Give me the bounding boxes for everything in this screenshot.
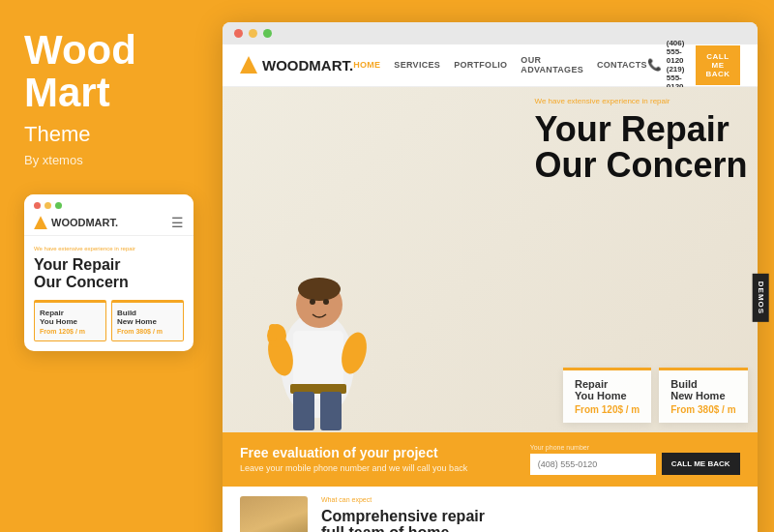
desktop-call-me-back-btn[interactable]: CALL ME BACK [696,45,739,85]
mobile-card-build-title: Build New Home [117,309,178,326]
desktop-mockup: WOODMART. HOME SERVICES PORTFOLIO OUR AD… [223,22,758,533]
browser-dot-green [263,29,272,38]
svg-rect-12 [320,392,342,430]
bottom-section: What can expect Comprehensive repair ful… [223,487,758,533]
cta-form: Your phone number CALL ME BACK [530,444,740,475]
hero-tagline: We have extensive experience in repair [535,97,748,105]
desktop-logo: WOODMART. [240,56,353,74]
cta-phone-input[interactable] [530,454,656,475]
mobile-dot-red [34,202,41,209]
bottom-text-block: What can expect Comprehensive repair ful… [321,496,740,533]
desktop-nav-links: HOME SERVICES PORTFOLIO OUR ADVANTAGES C… [353,55,647,74]
desktop-navbar: WOODMART. HOME SERVICES PORTFOLIO OUR AD… [223,44,758,87]
hero-headline: Your Repair Our Concern [535,111,748,185]
nav-link-services[interactable]: SERVICES [394,60,440,70]
mobile-headline: Your Repair Our Concern [34,256,184,290]
brand-title: Wood Mart [24,29,136,114]
bottom-image [240,496,308,533]
mobile-logo-icon [34,216,47,229]
desktop-logo-text: WOODMART. [262,57,353,74]
cta-call-me-back-btn[interactable]: CALL ME BACK [662,453,740,475]
nav-link-home[interactable]: HOME [353,60,380,70]
desktop-wrapper: WOODMART. HOME SERVICES PORTFOLIO OUR AD… [223,8,772,533]
phone-num-1: (406) 555-0120 [667,39,685,65]
nav-link-contacts[interactable]: CONTACTS [597,60,647,70]
mobile-card-build: Build New Home From 380$ / m [111,300,184,341]
hero-card-repair: Repair You Home From 120$ / m [563,368,651,423]
browser-dot-red [234,29,243,38]
mobile-logo-text: WOODMART. [51,217,118,228]
svg-rect-9 [269,324,277,341]
browser-dot-yellow [249,29,257,38]
mobile-card-repair-price: From 120$ / m [40,328,101,335]
mobile-content: We have extensive experience in repair Y… [24,236,194,351]
mobile-card-build-price: From 380$ / m [117,328,178,335]
mobile-logo: WOODMART. [34,216,118,229]
mobile-top-bar: WOODMART. ☰ [24,194,194,236]
mobile-mockup: WOODMART. ☰ We have extensive experience… [24,194,194,351]
svg-point-3 [310,299,315,305]
phone-numbers: (406) 555-0120 (219) 555-0120 [667,39,685,91]
mobile-dot-green [55,202,62,209]
mobile-tagline: We have extensive experience in repair [34,246,184,251]
mobile-cards: Repair You Home From 120$ / m Build New … [34,300,184,341]
hero-card-build-price: From 380$ / m [670,404,735,415]
hero-worker [240,239,395,432]
worker-svg [240,239,395,432]
phone-icon: 📞 [647,58,662,72]
bottom-tagline: What can expect [321,496,740,503]
hero-card-repair-price: From 120$ / m [575,404,640,415]
svg-point-2 [298,278,341,301]
phone-block: 📞 (406) 555-0120 (219) 555-0120 [647,39,685,91]
mobile-card-repair-title: Repair You Home [40,309,101,326]
cta-input-block: Your phone number [530,444,656,475]
bottom-headline: Comprehensive repair full team of home..… [321,508,740,533]
desktop-nav-right: 📞 (406) 555-0120 (219) 555-0120 CALL ME … [647,39,740,91]
mobile-menu-icon[interactable]: ☰ [171,215,184,230]
bottom-worker-img [240,496,308,533]
hero-card-build: Build New Home From 380$ / m [659,368,747,423]
hero-section: We have extensive experience in repair Y… [223,87,758,432]
mobile-window-dots [34,202,184,209]
mobile-nav: WOODMART. ☰ [34,215,184,230]
hero-cards: Repair You Home From 120$ / m Build New … [563,368,748,423]
mobile-card-repair: Repair You Home From 120$ / m [34,300,106,341]
cta-input-label: Your phone number [530,444,656,451]
cta-bar: Free evaluation of your project Leave yo… [223,432,758,487]
brand-by: By xtemos [24,153,83,167]
cta-text-block: Free evaluation of your project Leave yo… [240,445,530,473]
brand-subtitle: Theme [24,122,90,147]
cta-subtitle: Leave your mobile phone number and we wi… [240,463,530,473]
nav-link-portfolio[interactable]: PORTFOLIO [454,60,507,70]
mobile-dot-yellow [45,202,51,209]
nav-link-advantages[interactable]: OUR ADVANTAGES [521,55,583,74]
hero-card-repair-title: Repair You Home [575,378,640,401]
cta-title: Free evaluation of your project [240,445,530,460]
svg-rect-11 [293,392,314,430]
hero-card-build-title: Build New Home [670,378,735,401]
desktop-logo-icon [240,56,257,74]
svg-point-4 [323,299,329,305]
demos-button[interactable]: DEMOS [753,273,769,321]
left-panel: Wood Mart Theme By xtemos WOODMART. ☰ We… [0,0,223,532]
hero-text-block: We have extensive experience in repair Y… [535,97,748,185]
